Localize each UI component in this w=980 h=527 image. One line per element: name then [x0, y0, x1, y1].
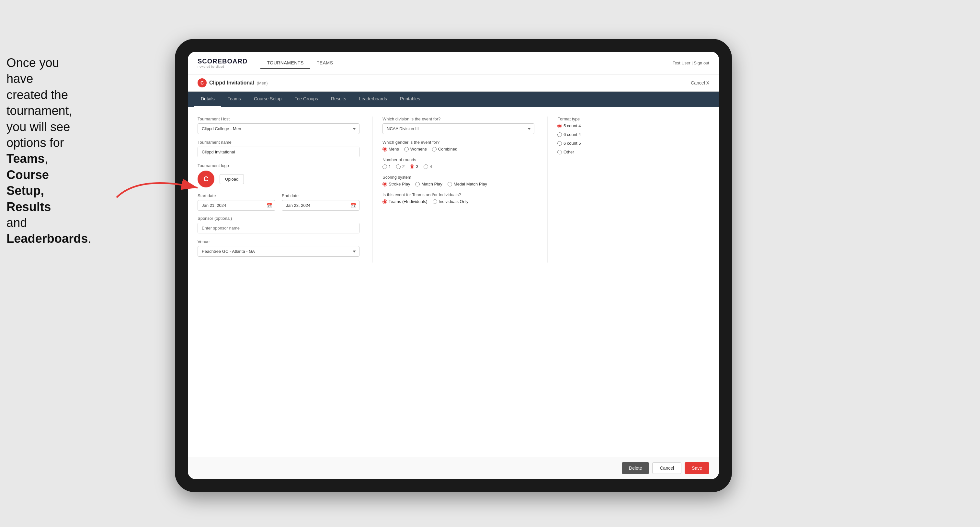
tournament-name-input[interactable] — [197, 147, 360, 157]
nav-tab-tournaments[interactable]: TOURNAMENTS — [260, 58, 310, 68]
rounds-radio-group: 1 2 3 4 — [382, 164, 535, 169]
teams-plus-individuals[interactable]: Teams (+Individuals) — [382, 199, 428, 204]
scoring-section: Scoring system Stroke Play Match Play Me… — [382, 175, 535, 186]
venue-label: Venue — [197, 239, 360, 244]
teams-section: Is this event for Teams and/or Individua… — [382, 192, 535, 204]
calendar-icon-end: 📅 — [351, 203, 356, 208]
tournament-logo-section: Tournament logo C Upload — [197, 163, 360, 187]
tournament-name-label: Tournament name — [197, 140, 360, 145]
venue-section: Venue Peachtree GC - Atlanta - GA — [197, 239, 360, 257]
scoring-medal[interactable]: Medal Match Play — [447, 182, 487, 186]
calendar-icon-start: 📅 — [267, 203, 272, 208]
gender-label: Which gender is the event for? — [382, 140, 535, 145]
cancel-button[interactable]: Cancel — [652, 462, 681, 474]
division-select[interactable]: NCAA Division III — [382, 123, 535, 134]
left-column: Tournament Host Clippd College - Men Tou… — [197, 116, 360, 262]
gender-section: Which gender is the event for? Mens Wome… — [382, 140, 535, 151]
gender-mens[interactable]: Mens — [382, 147, 399, 151]
tournament-host-section: Tournament Host Clippd College - Men — [197, 116, 360, 134]
tab-course-setup[interactable]: Course Setup — [247, 92, 288, 107]
start-date-section: Start date 📅 — [197, 193, 275, 211]
venue-select[interactable]: Peachtree GC - Atlanta - GA — [197, 246, 360, 257]
main-content: Tournament Host Clippd College - Men Tou… — [188, 107, 719, 457]
tablet-device: SCOREBOARD Powered by clippd TOURNAMENTS… — [175, 39, 732, 492]
tournament-icon: C — [197, 78, 207, 87]
sponsor-input[interactable] — [197, 223, 360, 233]
save-button[interactable]: Save — [685, 462, 709, 474]
format-section: Format type 5 count 4 6 count 4 6 count … — [557, 116, 709, 154]
teams-radio-group: Teams (+Individuals) Individuals Only — [382, 199, 535, 204]
format-6count5[interactable]: 6 count 5 — [557, 141, 709, 146]
dates-row: Start date 📅 End date 📅 — [197, 193, 360, 211]
tournament-title: C Clippd Invitational (Men) — [197, 78, 268, 87]
rounds-3[interactable]: 3 — [410, 164, 418, 169]
tournament-host-select[interactable]: Clippd College - Men — [197, 123, 360, 134]
start-date-input[interactable] — [197, 200, 275, 211]
tournament-type: (Men) — [257, 81, 268, 86]
logo-upload-area: C Upload — [197, 171, 360, 187]
division-label: Which division is the event for? — [382, 116, 535, 121]
logo-area: SCOREBOARD Powered by clippd — [197, 58, 247, 68]
right-column: Format type 5 count 4 6 count 4 6 count … — [547, 116, 709, 262]
user-area[interactable]: Test User | Sign out — [673, 60, 709, 65]
cancel-x-button[interactable]: Cancel X — [691, 80, 709, 86]
format-label: Format type — [557, 116, 709, 121]
format-other[interactable]: Other — [557, 149, 709, 154]
intro-text: Once you have created the tournament, yo… — [0, 49, 78, 254]
tab-printables[interactable]: Printables — [393, 92, 426, 107]
end-date-label: End date — [282, 193, 360, 198]
tab-details[interactable]: Details — [194, 92, 221, 107]
app-header: SCOREBOARD Powered by clippd TOURNAMENTS… — [188, 52, 719, 75]
nav-tab-teams[interactable]: TEAMS — [310, 58, 340, 68]
format-radio-stack: 5 count 4 6 count 4 6 count 5 Other — [557, 123, 709, 154]
upload-button[interactable]: Upload — [220, 174, 244, 184]
division-section: Which division is the event for? NCAA Di… — [382, 116, 535, 134]
tab-leaderboards[interactable]: Leaderboards — [353, 92, 393, 107]
form-footer: Delete Cancel Save — [188, 457, 719, 479]
start-date-label: Start date — [197, 193, 275, 198]
tournament-bar: C Clippd Invitational (Men) Cancel X — [188, 75, 719, 92]
scoring-match[interactable]: Match Play — [415, 182, 442, 186]
tournament-name: Clippd Invitational — [209, 80, 254, 86]
sub-nav: Details Teams Course Setup Tee Groups Re… — [188, 92, 719, 107]
individuals-only[interactable]: Individuals Only — [433, 199, 469, 204]
end-date-section: End date 📅 — [282, 193, 360, 211]
arrow-indicator — [113, 171, 204, 204]
tab-results[interactable]: Results — [325, 92, 353, 107]
teams-label: Is this event for Teams and/or Individua… — [382, 192, 535, 197]
tournament-host-label: Tournament Host — [197, 116, 360, 121]
rounds-1[interactable]: 1 — [382, 164, 391, 169]
rounds-4[interactable]: 4 — [423, 164, 432, 169]
main-nav: TOURNAMENTS TEAMS — [260, 58, 339, 68]
format-6count4[interactable]: 6 count 4 — [557, 132, 709, 137]
gender-radio-group: Mens Womens Combined — [382, 147, 535, 151]
sponsor-section: Sponsor (optional) — [197, 216, 360, 233]
gender-combined[interactable]: Combined — [432, 147, 457, 151]
rounds-label: Number of rounds — [382, 157, 535, 162]
format-5count4[interactable]: 5 count 4 — [557, 123, 709, 128]
rounds-section: Number of rounds 1 2 3 — [382, 157, 535, 169]
form-grid: Tournament Host Clippd College - Men Tou… — [197, 116, 709, 262]
scoring-stroke[interactable]: Stroke Play — [382, 182, 410, 186]
gender-womens[interactable]: Womens — [404, 147, 427, 151]
tournament-name-section: Tournament name — [197, 140, 360, 157]
end-date-input[interactable] — [282, 200, 360, 211]
tab-teams[interactable]: Teams — [221, 92, 247, 107]
delete-button[interactable]: Delete — [622, 462, 649, 474]
end-date-wrapper: 📅 — [282, 200, 360, 211]
sponsor-label: Sponsor (optional) — [197, 216, 360, 221]
start-date-wrapper: 📅 — [197, 200, 275, 211]
scoring-radio-group: Stroke Play Match Play Medal Match Play — [382, 182, 535, 186]
tab-tee-groups[interactable]: Tee Groups — [288, 92, 325, 107]
tablet-screen: SCOREBOARD Powered by clippd TOURNAMENTS… — [188, 52, 719, 479]
scoring-label: Scoring system — [382, 175, 535, 179]
logo-text: SCOREBOARD — [197, 58, 247, 65]
logo-sub: Powered by clippd — [197, 65, 247, 68]
middle-column: Which division is the event for? NCAA Di… — [372, 116, 535, 262]
tournament-logo-label: Tournament logo — [197, 163, 360, 168]
rounds-2[interactable]: 2 — [396, 164, 404, 169]
